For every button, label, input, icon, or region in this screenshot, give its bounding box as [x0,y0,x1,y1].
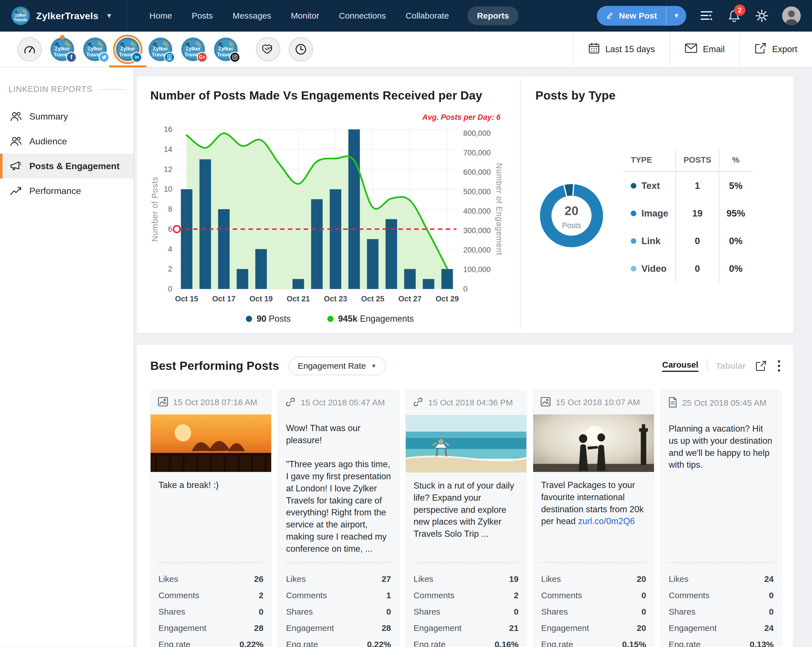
channel-facebook-avatar[interactable]: ZylkerTravelsf [50,37,75,61]
channel-instagram-avatar[interactable]: ZylkerTravels [214,37,238,61]
posts-by-type-section: Posts by Type 20 Posts TYPE POSTS % Text… [521,76,793,333]
post-text: Take a break! :) [151,472,271,562]
user-avatar[interactable] [782,6,801,25]
svg-text:Zylker: Zylker [55,46,70,52]
svg-text:0: 0 [168,285,172,293]
svg-text:Oct 19: Oct 19 [250,295,273,303]
nav-reports[interactable]: Reports [467,6,519,25]
nav-collaborate[interactable]: Collaborate [404,6,450,25]
post-text: Stuck in a rut of your daily life? Expan… [406,473,527,562]
sidebar-item-summary[interactable]: Summary [0,104,134,129]
post-card-header: 15 Oct 2018 07:16 AM [151,390,271,414]
nav-messages[interactable]: Messages [232,6,272,25]
svg-text:2: 2 [168,265,172,273]
post-text: Travel Packages to your favourite intern… [533,472,654,562]
post-card[interactable]: 15 Oct 2018 04:36 PMStuck in a rut of yo… [406,390,527,647]
stat-row-likes: Likes20 [541,574,646,584]
settings-gear-icon[interactable] [754,8,769,23]
post-card[interactable]: 15 Oct 2018 10:07 AMTravel Packages to y… [533,390,654,647]
nav-connections[interactable]: Connections [338,6,387,25]
sidebar-section-title: LINKEDIN REPORTS [8,85,126,94]
post-type-link-icon [285,397,296,408]
export-button[interactable]: Export [739,32,812,67]
chart-legend: 90 Posts945k Engagements [150,314,510,324]
nav-posts[interactable]: Posts [191,6,214,25]
stat-row-engagement: Engagement24 [669,623,774,633]
queue-menu-icon[interactable] [699,8,714,23]
svg-text:Oct 21: Oct 21 [287,295,310,303]
posts-by-type-table: TYPE POSTS % Text 1 5% Image 19 95% Link… [623,150,752,282]
type-row-link: Link 0 0% [623,227,752,255]
megaphone-icon [9,161,22,171]
sidebar-item-performance[interactable]: Performance [0,179,134,203]
post-text: Wow! That was our pleasure! "Three years… [278,415,399,562]
trend-icon [9,186,22,196]
svg-text:Avg. Posts per Day: 6: Avg. Posts per Day: 6 [422,114,501,122]
stat-row-shares: Shares0 [414,607,519,616]
post-card[interactable]: 15 Oct 2018 07:16 AMTake a break! :)Like… [150,390,272,647]
post-type-link-icon [413,397,423,408]
svg-text:Zylker: Zylker [218,46,233,52]
navbar-actions: New Post ▼ 2 [597,6,801,26]
svg-text:10: 10 [164,185,172,194]
post-card[interactable]: 15 Oct 2018 05:47 AMWow! That was our pl… [278,390,399,647]
channel-linkedin-avatar[interactable]: ZylkerTravelsin [116,37,140,61]
view-toggle: Carousel Tabular [662,359,746,372]
post-date: 15 Oct 2018 07:16 AM [173,398,257,407]
channel-scheduled-icon[interactable] [289,37,313,61]
svg-text:Oct 29: Oct 29 [436,295,459,303]
sort-by-dropdown[interactable]: Engagement Rate ▼ [289,357,386,375]
channel-list: ZylkerTravelsfZylkerTravelsZylkerTravels… [17,37,313,61]
sidebar-item-audience[interactable]: Audience [0,129,134,154]
stat-row-likes: Likes19 [414,574,519,584]
new-post-dropdown[interactable]: ▼ [666,6,686,26]
svg-text:Zylker: Zylker [186,46,200,52]
stat-row-shares: Shares0 [159,607,263,616]
svg-text:4: 4 [168,245,172,253]
svg-text:Oct 15: Oct 15 [175,295,198,303]
svg-text:20: 20 [565,204,578,218]
svg-text:14: 14 [164,145,172,154]
svg-text:600,000: 600,000 [463,168,491,177]
stat-row-shares: Shares0 [669,607,774,616]
more-options-kebab-icon[interactable] [776,359,782,373]
nav-monitor[interactable]: Monitor [290,6,320,25]
reports-sidebar: LINKEDIN REPORTS SummaryAudiencePosts & … [0,68,134,647]
stat-row-engagement: Engagement28 [159,623,263,633]
date-range-button[interactable]: Last 15 days [573,32,670,67]
view-tabular[interactable]: Tabular [716,361,746,371]
email-report-button[interactable]: Email [670,32,740,67]
channel-googleplus-avatar[interactable]: ZylkerTravelsG+ [181,37,205,61]
stat-row-likes: Likes26 [159,574,263,584]
envelope-icon [685,43,697,55]
svg-text:400,000: 400,000 [463,207,491,215]
channel-dashboard-icon[interactable] [17,37,42,61]
svg-text:Posts: Posts [562,221,581,230]
svg-text:Travels: Travels [14,17,27,22]
post-card[interactable]: 25 Oct 2018 05:45 AMPlanning a vacation?… [661,390,782,647]
view-carousel[interactable]: Carousel [662,360,698,372]
notifications-bell-icon[interactable]: 2 [727,8,742,23]
post-type-note-icon [668,397,677,409]
posts-engagement-chart-section: Number of Posts Made Vs Engagements Rece… [137,76,520,333]
svg-text:Number of Posts: Number of Posts [150,177,159,242]
legend-posts: 90 Posts [246,314,291,324]
open-external-icon[interactable] [756,360,766,372]
post-type-image-icon [158,397,168,407]
brand-account-switcher[interactable]: ZylkerTravels ZylkerTravels ▼ [11,0,127,32]
post-card-list: 15 Oct 2018 07:16 AMTake a break! :)Like… [150,390,782,647]
stat-row-engrate: Eng.rate0.22% [159,640,263,647]
channel-partners-icon[interactable] [256,37,280,61]
people-icon [9,136,22,146]
nav-home[interactable]: Home [148,6,173,25]
type-row-image: Image 19 95% [623,200,752,227]
svg-text:12: 12 [164,165,172,174]
svg-text:Oct 27: Oct 27 [398,295,422,303]
sidebar-item-posts-engagement[interactable]: Posts & Engagement [0,154,134,179]
type-row-text: Text 1 5% [623,172,752,200]
post-link[interactable]: zurl.co/0m2Q6 [578,516,635,526]
channel-twitter-avatar[interactable]: ZylkerTravels [83,37,107,61]
new-post-button[interactable]: New Post ▼ [597,6,686,26]
channel-linkedin-company-avatar[interactable]: ZylkerTravels [148,37,172,61]
svg-text:6: 6 [168,225,172,233]
